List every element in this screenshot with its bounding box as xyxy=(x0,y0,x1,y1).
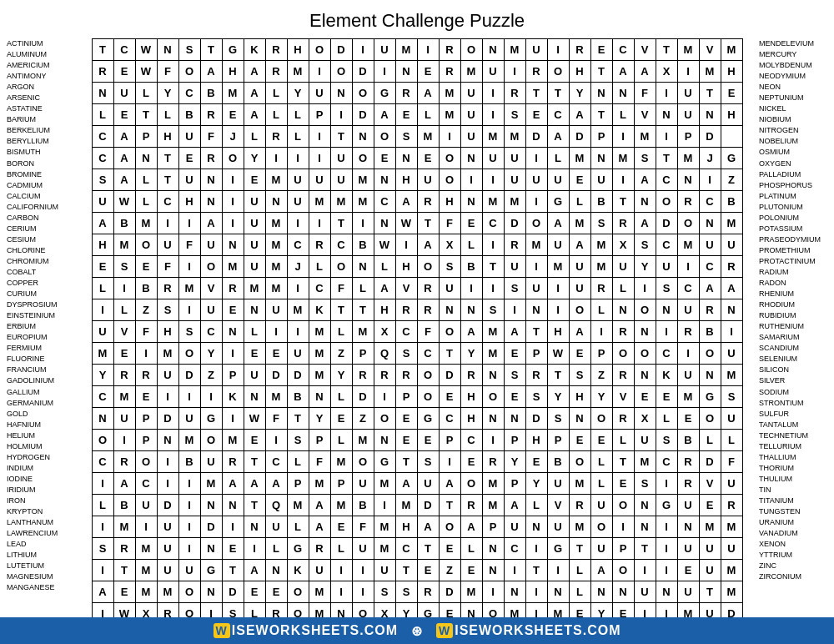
grid-cell: I xyxy=(157,213,178,234)
grid-cell: M xyxy=(265,278,287,299)
grid-cell: C xyxy=(395,321,417,343)
grid-cell: E xyxy=(656,386,677,408)
grid-cell: N xyxy=(504,581,525,603)
grid-cell: L xyxy=(721,430,742,451)
grid-cell: R xyxy=(699,299,721,321)
grid-cell: I xyxy=(157,473,178,495)
grid-cell: S xyxy=(547,408,569,430)
grid-cell: X xyxy=(612,234,634,256)
grid-cell: U xyxy=(178,169,200,191)
grid-cell: U xyxy=(178,560,200,581)
grid-cell: U xyxy=(200,451,222,473)
grid-cell: N xyxy=(590,581,612,603)
grid-cell: U xyxy=(547,516,569,538)
grid-cell: Z xyxy=(721,169,742,191)
word-item: CERIUM xyxy=(7,224,75,234)
grid-cell: O xyxy=(417,386,439,408)
grid-cell: N xyxy=(222,321,244,343)
grid-cell: A xyxy=(417,516,439,538)
grid-cell: H xyxy=(287,39,309,61)
grid-cell: N xyxy=(677,169,699,191)
grid-cell: V xyxy=(634,104,656,126)
grid-cell: D xyxy=(157,408,178,430)
grid-cell: I xyxy=(178,299,200,321)
grid-cell: L xyxy=(330,430,352,451)
grid-cell: T xyxy=(699,83,721,104)
grid-cell: E xyxy=(330,408,352,430)
grid-cell: N xyxy=(135,148,157,169)
grid-cell: I xyxy=(157,386,178,408)
grid-cell: U xyxy=(309,83,330,104)
grid-cell: U xyxy=(113,408,135,430)
grid-cell: R xyxy=(612,321,634,343)
grid-cell: A xyxy=(395,191,417,213)
grid-cell: I xyxy=(222,343,244,365)
grid-cell: W xyxy=(135,61,157,83)
grid-cell: U xyxy=(482,61,504,83)
grid-cell: R xyxy=(569,39,590,61)
grid-cell: D xyxy=(222,581,244,603)
footer-label-left: ISEWORKSHEETS.COM xyxy=(232,623,398,638)
word-item: PROTACTINIUM xyxy=(759,256,827,267)
grid-cell: M xyxy=(157,343,178,365)
word-item: CALIFORNIUM xyxy=(7,202,75,213)
grid-cell: I xyxy=(92,516,113,538)
grid-cell: U xyxy=(547,234,569,256)
grid-cell: A xyxy=(244,473,265,495)
grid-cell: O xyxy=(590,516,612,538)
grid-cell: D xyxy=(699,451,721,473)
grid-cell: R xyxy=(265,126,287,148)
word-item: YTTRIUM xyxy=(759,550,827,561)
grid-cell: U xyxy=(309,560,330,581)
grid-cell: C xyxy=(200,321,222,343)
grid-cell: O xyxy=(352,148,374,169)
word-item: LUTETIUM xyxy=(7,561,75,571)
grid-cell: N xyxy=(309,386,330,408)
grid-cell: A xyxy=(244,560,265,581)
grid-cell: O xyxy=(200,430,222,451)
grid-cell: L xyxy=(265,83,287,104)
grid-cell: L xyxy=(612,104,634,126)
puzzle-grid-container: TCWNSTGKRHODIUMIRONMUIRECVTMVMREWFOAHARM… xyxy=(78,38,756,644)
grid-cell: B xyxy=(721,191,742,213)
grid-cell: I xyxy=(482,430,504,451)
grid-cell: U xyxy=(113,83,135,104)
grid-cell: Y xyxy=(460,343,482,365)
grid-cell: N xyxy=(482,538,504,560)
grid-cell: Z xyxy=(135,299,157,321)
word-item: NEON xyxy=(759,82,827,93)
grid-cell: R xyxy=(265,39,287,61)
grid-cell: I xyxy=(482,581,504,603)
grid-cell: N xyxy=(634,321,656,343)
word-item: VANADIUM xyxy=(759,528,827,539)
grid-cell: N xyxy=(525,516,547,538)
grid-cell: R xyxy=(92,61,113,83)
grid-cell: A xyxy=(569,104,590,126)
grid-cell: V xyxy=(113,321,135,343)
grid-cell: M xyxy=(721,213,742,234)
grid-cell: O xyxy=(699,408,721,430)
grid-cell: R xyxy=(222,451,244,473)
grid-cell: M xyxy=(590,234,612,256)
grid-cell: L xyxy=(569,191,590,213)
grid-cell: W xyxy=(135,39,157,61)
grid-cell: L xyxy=(309,256,330,278)
footer-bar: W ISEWORKSHEETS.COM ⊛ W ISEWORKSHEETS.CO… xyxy=(0,617,834,644)
grid-cell: X xyxy=(439,234,460,256)
grid-cell: S xyxy=(656,278,677,299)
grid-cell: A xyxy=(92,581,113,603)
grid-cell: N xyxy=(244,386,265,408)
grid-cell: E xyxy=(374,148,395,169)
grid-cell: I xyxy=(460,278,482,299)
grid-cell: A xyxy=(547,213,569,234)
word-item: NEODYMIUM xyxy=(759,71,827,82)
grid-cell: I xyxy=(178,538,200,560)
grid-cell: I xyxy=(374,61,395,83)
word-item: SILICON xyxy=(759,365,827,375)
grid-cell: H xyxy=(395,256,417,278)
grid-cell: O xyxy=(200,256,222,278)
grid-cell: R xyxy=(417,581,439,603)
word-item: KRYPTON xyxy=(7,506,75,517)
grid-cell: E xyxy=(677,560,699,581)
grid-cell: E xyxy=(395,430,417,451)
